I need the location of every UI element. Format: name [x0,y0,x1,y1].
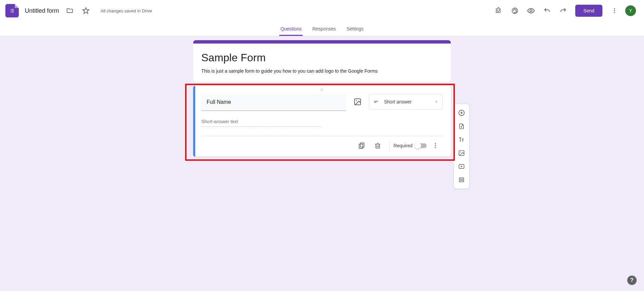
tab-settings[interactable]: Settings [345,21,365,36]
tab-questions[interactable]: Questions [279,21,303,36]
svg-rect-17 [374,101,378,102]
svg-rect-1 [11,9,14,10]
import-questions-icon[interactable] [455,120,468,132]
svg-marker-6 [83,8,89,13]
form-title[interactable]: Sample Form [201,51,443,64]
add-video-icon[interactable] [455,160,468,172]
form-description[interactable]: This is just a sample form to guide you … [201,68,443,74]
palette-icon[interactable] [508,4,522,17]
chevron-down-icon [434,100,438,104]
delete-icon[interactable] [370,138,385,153]
svg-rect-4 [10,12,11,12]
question-card[interactable]: ⠿ Short answer Short-answer text [193,86,451,157]
required-label: Required [393,143,413,148]
svg-point-13 [614,10,615,11]
form-canvas: Sample Form This is just a sample form t… [0,36,644,157]
svg-point-14 [614,12,615,13]
document-title[interactable]: Untitled form [25,7,59,14]
short-answer-icon [373,98,380,105]
svg-point-21 [435,143,436,144]
add-section-icon[interactable] [455,174,468,186]
svg-rect-5 [11,12,14,12]
addons-icon[interactable] [492,4,505,17]
svg-point-8 [514,10,514,10]
svg-point-11 [530,10,532,12]
svg-rect-32 [459,180,464,182]
save-status: All changes saved in Drive [101,8,152,13]
send-button[interactable]: Send [575,5,602,17]
tabs-bar: Questions Responses Settings [0,21,644,36]
duplicate-icon[interactable] [354,138,369,153]
svg-rect-20 [359,144,363,148]
drag-handle-icon[interactable]: ⠿ [320,88,324,92]
form-title-card[interactable]: Sample Form This is just a sample form t… [193,40,451,82]
account-avatar[interactable]: Y [625,5,636,16]
answer-placeholder: Short-answer text [201,118,322,127]
svg-marker-30 [461,166,463,167]
add-title-icon[interactable] [455,134,468,146]
more-options-icon[interactable] [608,4,621,17]
forms-logo-icon[interactable] [5,4,19,17]
move-to-folder-icon[interactable] [63,4,76,17]
add-image-side-icon[interactable] [455,147,468,159]
svg-rect-18 [374,102,377,103]
svg-point-10 [516,10,517,10]
app-header: Untitled form All changes saved in Drive… [0,0,644,21]
redo-icon[interactable] [556,4,570,17]
footer-separator [389,140,389,151]
svg-point-23 [435,147,436,148]
svg-point-9 [515,9,515,10]
question-more-icon[interactable] [428,138,443,153]
question-footer: Required [201,136,443,155]
add-image-icon[interactable] [352,94,364,110]
svg-rect-0 [10,9,11,10]
question-type-dropdown[interactable]: Short answer [369,94,443,110]
required-toggle[interactable] [415,143,427,148]
question-type-label: Short answer [384,99,430,104]
svg-point-22 [435,145,436,146]
svg-rect-3 [11,10,14,11]
undo-icon[interactable] [540,4,554,17]
help-button[interactable]: ? [627,276,637,285]
tab-responses[interactable]: Responses [311,21,337,36]
svg-rect-19 [361,143,364,147]
add-question-icon[interactable] [455,107,468,119]
svg-point-12 [614,8,615,9]
svg-point-16 [356,100,357,101]
svg-rect-31 [459,178,464,179]
preview-icon[interactable] [524,4,538,17]
question-title-input[interactable] [201,94,346,111]
star-icon[interactable] [79,4,93,17]
svg-rect-2 [10,10,11,11]
svg-point-28 [460,152,461,153]
floating-toolbar [453,104,470,189]
